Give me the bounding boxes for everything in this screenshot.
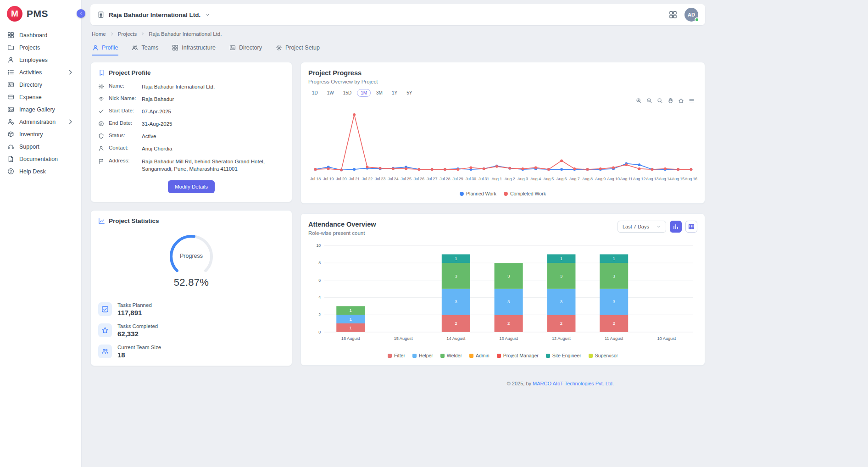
legend-welder[interactable]: Welder	[440, 353, 462, 358]
svg-text:2: 2	[318, 312, 321, 317]
range-button-5y[interactable]: 5Y	[403, 89, 416, 97]
sidebar-item-directory[interactable]: Directory	[0, 78, 81, 91]
tab-directory[interactable]: Directory	[229, 40, 262, 56]
svg-text:3: 3	[455, 273, 457, 278]
attendance-overview-card: Attendance Overview Role-wise present co…	[300, 213, 705, 366]
company-selector[interactable]: Raja Bahadur International Ltd.	[97, 11, 210, 18]
infrastructure-icon	[172, 44, 178, 51]
id-card-icon	[7, 81, 14, 88]
document-icon	[7, 156, 14, 162]
legend-label: Site Engineer	[552, 353, 581, 358]
svg-text:Jul 19: Jul 19	[323, 177, 334, 181]
svg-text:2: 2	[560, 321, 562, 326]
sidebar-item-label: Support	[19, 144, 39, 150]
person-icon	[98, 145, 104, 151]
profile-field-nick-name: Nick Name: Raja Bahadur	[98, 95, 284, 103]
svg-text:10 August: 10 August	[657, 337, 676, 341]
legend-admin[interactable]: Admin	[469, 353, 490, 358]
stat-label: Tasks Planned	[117, 302, 152, 308]
range-button-1y[interactable]: 1Y	[388, 89, 401, 97]
tabs: ProfileTeamsInfrastructureDirectoryProje…	[90, 37, 705, 56]
legend-label: Welder	[447, 353, 462, 358]
legend-label: Completed Work	[510, 191, 546, 196]
field-value: Raja Bahadur Mill Rd, behind Sheraton Gr…	[142, 158, 284, 172]
apps-icon[interactable]	[669, 11, 677, 19]
table-view-button[interactable]	[685, 221, 697, 233]
sidebar: M PMS DashboardProjectsEmployeesActiviti…	[0, 0, 82, 467]
sidebar-item-inventory[interactable]: Inventory	[0, 128, 81, 140]
chevron-right-icon	[67, 69, 74, 76]
legend-fitter[interactable]: Fitter	[388, 353, 405, 358]
legend-label: Project Manager	[503, 353, 539, 358]
sidebar-item-dashboard[interactable]: Dashboard	[0, 29, 81, 41]
home-icon[interactable]	[678, 98, 684, 104]
range-button-1d[interactable]: 1D	[308, 89, 322, 97]
project-progress-plot[interactable]: Jul 18Jul 19Jul 20Jul 21Jul 22Jul 23Jul …	[308, 105, 697, 188]
range-button-1w[interactable]: 1W	[323, 89, 338, 97]
sidebar-item-administration[interactable]: Administration	[0, 116, 81, 128]
modify-details-button[interactable]: Modify Details	[168, 180, 215, 193]
attendance-plot[interactable]: 024681011116 August15 August233114 Augus…	[308, 239, 697, 350]
sidebar-item-projects[interactable]: Projects	[0, 41, 81, 54]
zoom-in-icon[interactable]	[636, 98, 642, 104]
svg-text:Aug 8: Aug 8	[582, 177, 593, 181]
svg-text:Jul 30: Jul 30	[466, 177, 476, 181]
tab-teams[interactable]: Teams	[131, 40, 159, 56]
sidebar-item-expense[interactable]: Expense	[0, 91, 81, 103]
search-icon[interactable]	[657, 98, 663, 104]
people-icon	[132, 44, 138, 51]
topbar: Raja Bahadur International Ltd. AD	[90, 4, 705, 25]
range-buttons: 1D1W15D1M3M1Y5Y	[308, 89, 697, 97]
svg-text:4: 4	[318, 295, 321, 300]
tab-profile[interactable]: Profile	[92, 40, 118, 56]
sidebar-item-employees[interactable]: Employees	[0, 54, 81, 66]
svg-text:Jul 20: Jul 20	[336, 177, 346, 181]
sidebar-item-activities[interactable]: Activities	[0, 66, 81, 78]
range-button-1m[interactable]: 1M	[357, 89, 371, 97]
svg-text:Aug 2: Aug 2	[505, 177, 515, 181]
legend-swatch	[440, 354, 445, 358]
legend-label: Fitter	[394, 353, 405, 358]
check-icon	[98, 108, 104, 114]
profile-field-end-date: End Date: 31-Aug-2025	[98, 120, 284, 128]
attendance-title: Attendance Overview	[308, 221, 376, 228]
legend-planned-work[interactable]: Planned Work	[460, 191, 496, 196]
breadcrumb-item-home[interactable]: Home	[92, 31, 106, 37]
right-column: Project Progress Progress Overview by Pr…	[300, 62, 705, 391]
svg-text:8: 8	[318, 261, 321, 266]
svg-text:Jul 25: Jul 25	[401, 177, 412, 181]
chevron-down-icon	[205, 12, 210, 17]
menu-icon[interactable]	[689, 98, 695, 104]
chevron-down-icon	[657, 224, 661, 229]
legend-helper[interactable]: Helper	[412, 353, 433, 358]
chevron-right-icon	[67, 118, 74, 125]
sidebar-item-image-gallery[interactable]: Image Gallery	[0, 103, 81, 116]
avatar[interactable]: AD	[684, 8, 698, 22]
svg-text:2: 2	[455, 321, 457, 326]
chart-view-button[interactable]	[670, 221, 682, 233]
svg-text:Jul 28: Jul 28	[440, 177, 450, 181]
stat-label: Tasks Completed	[117, 323, 158, 329]
hand-icon[interactable]	[668, 98, 673, 104]
legend-project-manager[interactable]: Project Manager	[497, 353, 539, 358]
svg-text:3: 3	[455, 300, 457, 305]
sidebar-collapse-button[interactable]	[77, 9, 85, 18]
zoom-out-icon[interactable]	[646, 98, 652, 104]
breadcrumb-item-projects[interactable]: Projects	[118, 31, 137, 37]
legend-supervisor[interactable]: Supervisor	[589, 353, 618, 358]
svg-text:1: 1	[455, 256, 457, 261]
svg-text:1: 1	[350, 308, 352, 313]
sidebar-item-support[interactable]: Support	[0, 140, 81, 153]
legend-site-engineer[interactable]: Site Engineer	[546, 353, 581, 358]
range-button-3m[interactable]: 3M	[373, 89, 386, 97]
legend-completed-work[interactable]: Completed Work	[504, 191, 546, 196]
sidebar-item-documentation[interactable]: Documentation	[0, 153, 81, 165]
tab-project-setup[interactable]: Project Setup	[275, 40, 320, 56]
tab-infrastructure[interactable]: Infrastructure	[172, 40, 216, 56]
range-button-15d[interactable]: 15D	[339, 89, 355, 97]
field-label: Contact:	[109, 145, 137, 150]
sidebar-item-help-desk[interactable]: Help Desk	[0, 165, 81, 178]
date-range-select[interactable]: Last 7 Days	[618, 221, 666, 233]
field-label: Start Date:	[109, 108, 137, 113]
footer-company-link[interactable]: MARCO AIoT Technologies Pvt. Ltd.	[533, 381, 614, 386]
